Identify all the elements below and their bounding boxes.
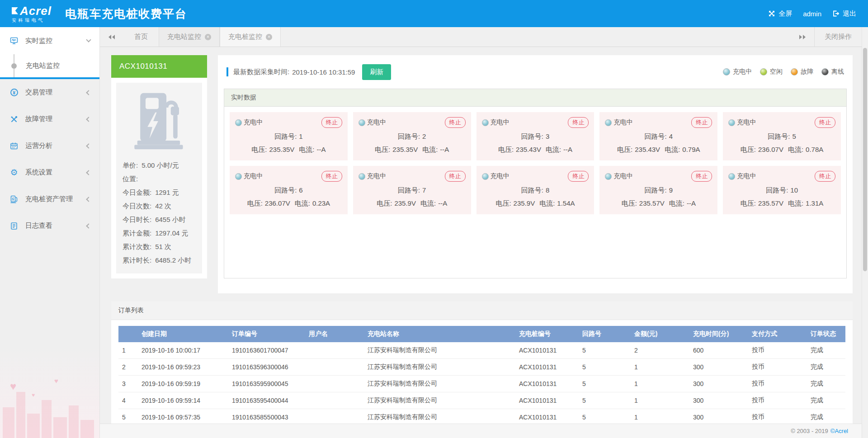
tab-label: 充电站监控 bbox=[167, 33, 201, 41]
stat-total-amount: 累计金额:1297.04 元 bbox=[123, 226, 196, 240]
circuit-card-8: 充电中终止 回路号:8 电压:235.9V电流:1.54A bbox=[476, 166, 594, 214]
status-legend: 充电中 空闲 故障 离线 bbox=[723, 68, 844, 76]
terminate-button[interactable]: 终止 bbox=[445, 171, 466, 182]
charging-status-icon bbox=[359, 119, 365, 126]
chevron-down-icon bbox=[86, 37, 91, 42]
copyright-text: © 2003 - 2019 bbox=[791, 428, 828, 434]
log-document-icon bbox=[9, 222, 19, 230]
decorative-skyline bbox=[0, 370, 99, 438]
circuit-number: 回路号:4 bbox=[605, 132, 712, 141]
circuit-measurements: 电压:235.57V电流:1.31A bbox=[728, 199, 835, 208]
circuit-number: 回路号:3 bbox=[482, 132, 589, 141]
stat-today-count: 今日次数:42 次 bbox=[123, 199, 196, 213]
close-operations-button[interactable]: 关闭操作 bbox=[814, 27, 862, 47]
sidebar-item-station-monitor[interactable]: 充电站监控 bbox=[0, 54, 99, 77]
fullscreen-button[interactable]: 全屏 bbox=[768, 9, 792, 18]
terminate-button[interactable]: 终止 bbox=[568, 117, 589, 128]
tools-icon bbox=[9, 115, 19, 123]
stat-total-duration: 累计时长:6485.2 小时 bbox=[123, 254, 196, 267]
column-header-index bbox=[118, 326, 138, 342]
terminate-button[interactable]: 终止 bbox=[691, 171, 712, 182]
sidebar-item-label: 实时监控 bbox=[25, 37, 87, 45]
column-header: 支付方式 bbox=[748, 326, 807, 342]
circuit-measurements: 电压:235.9V电流:--A bbox=[359, 199, 466, 208]
sidebar-item-realtime-monitor[interactable]: 实时监控 bbox=[0, 27, 99, 54]
scrollbar-thumb[interactable] bbox=[863, 48, 867, 271]
terminate-button[interactable]: 终止 bbox=[691, 117, 712, 128]
tabs-scroll-right-button[interactable] bbox=[791, 27, 814, 47]
sidebar-item-transaction[interactable]: 交易管理 bbox=[0, 79, 99, 106]
circuit-number: 回路号:8 bbox=[482, 186, 589, 195]
sidebar-item-label: 系统设置 bbox=[25, 168, 87, 177]
sidebar-item-label: 运营分析 bbox=[25, 141, 87, 150]
stat-today-amount: 今日金额:1291 元 bbox=[123, 186, 196, 199]
terminate-button[interactable]: 终止 bbox=[568, 171, 589, 182]
sidebar-item-label: 故障管理 bbox=[25, 115, 87, 123]
charging-status-icon bbox=[482, 119, 489, 126]
tab-pile-monitor[interactable]: 充电桩监控 bbox=[220, 27, 281, 47]
username[interactable]: admin bbox=[803, 10, 821, 18]
fullscreen-label: 全屏 bbox=[778, 9, 792, 18]
order-row: 22019-10-16 09:59:231910163596300046江苏安科… bbox=[118, 359, 845, 376]
logout-label: 退出 bbox=[843, 9, 856, 18]
sidebar-item-settings[interactable]: 系统设置 bbox=[0, 159, 99, 186]
terminate-button[interactable]: 终止 bbox=[445, 117, 466, 128]
charging-status-icon bbox=[605, 173, 612, 180]
menu-rest: 交易管理 故障管理 运营分析 系统设置 充电桩资产管理 bbox=[0, 79, 99, 239]
vertical-scrollbar[interactable] bbox=[862, 27, 868, 438]
menu-group-realtime: 实时监控 充电站监控 bbox=[0, 27, 99, 79]
sidebar-item-label: 充电桩资产管理 bbox=[25, 195, 87, 203]
sidebar-item-analytics[interactable]: 运营分析 bbox=[0, 132, 99, 159]
collect-time-value: 2019-10-16 10:31:59 bbox=[292, 68, 355, 76]
sidebar-item-pile-assets[interactable]: 充电桩资产管理 bbox=[0, 186, 99, 212]
sidebar-item-label: 日志查看 bbox=[25, 221, 87, 230]
charging-status-icon bbox=[359, 173, 365, 180]
sidebar-item-fault[interactable]: 故障管理 bbox=[0, 106, 99, 132]
terminate-button[interactable]: 终止 bbox=[815, 171, 835, 182]
charging-status-icon bbox=[728, 173, 735, 180]
circuit-number: 回路号:1 bbox=[235, 132, 342, 141]
fullscreen-icon bbox=[768, 10, 775, 17]
tab-station-monitor[interactable]: 充电站监控 bbox=[159, 27, 220, 47]
logout-button[interactable]: 退出 bbox=[832, 9, 856, 18]
terminate-button[interactable]: 终止 bbox=[321, 117, 342, 128]
charging-status-icon bbox=[235, 119, 242, 126]
order-row: 42019-10-16 09:59:141910163595400044江苏安科… bbox=[118, 392, 845, 409]
station-summary-panel: ACX1010131 bbox=[111, 55, 207, 293]
chevron-left-icon bbox=[86, 117, 91, 122]
circuit-card-7: 充电中终止 回路号:7 电压:235.9V电流:--A bbox=[353, 166, 471, 214]
order-row: 52019-10-16 09:57:351910163585500043江苏安科… bbox=[118, 409, 845, 424]
refresh-button[interactable]: 刷新 bbox=[362, 64, 391, 80]
tabs-scroll-left-button[interactable] bbox=[100, 27, 123, 47]
heart-icon bbox=[32, 392, 35, 398]
chevron-left-icon bbox=[86, 197, 91, 202]
charging-status-icon bbox=[723, 68, 730, 75]
circuit-card-2: 充电中终止 回路号:2 电压:235.35V电流:--A bbox=[353, 112, 471, 160]
footer-brand-link[interactable]: ©Acrel bbox=[830, 428, 848, 434]
circuit-card-5: 充电中终止 回路号:5 电压:236.07V电流:0.78A bbox=[723, 112, 841, 160]
legend-fault: 故障 bbox=[791, 68, 813, 76]
station-id-header: ACX1010131 bbox=[111, 55, 207, 78]
top-header: Acrel 安科瑞电气 电瓶车充电桩收费平台 全屏 admin 退出 bbox=[0, 0, 868, 27]
column-header: 创建日期 bbox=[138, 326, 228, 342]
sidebar-item-logs[interactable]: 日志查看 bbox=[0, 212, 99, 239]
column-header: 充电时间(分) bbox=[689, 326, 748, 342]
column-header: 用户名 bbox=[305, 326, 364, 342]
sidebar-subitem-label: 充电站监控 bbox=[26, 61, 99, 70]
realtime-monitor-panel: 最新数据采集时间: 2019-10-16 10:31:59 刷新 充电中 空闲 … bbox=[218, 55, 853, 293]
terminate-button[interactable]: 终止 bbox=[815, 117, 835, 128]
close-icon[interactable] bbox=[205, 34, 211, 40]
close-icon[interactable] bbox=[266, 34, 272, 40]
tab-home[interactable]: 首页 bbox=[123, 27, 159, 47]
column-header: 金额(元) bbox=[631, 326, 689, 342]
close-operations-label: 关闭操作 bbox=[825, 33, 852, 41]
terminate-button[interactable]: 终止 bbox=[321, 171, 342, 182]
calendar-icon bbox=[9, 142, 19, 150]
tab-label: 充电桩监控 bbox=[228, 33, 262, 41]
heart-icon bbox=[10, 380, 16, 393]
circuit-measurements: 电压:235.35V电流:--A bbox=[235, 146, 342, 154]
circuit-measurements: 电压:236.07V电流:0.23A bbox=[235, 199, 342, 208]
stat-unit-price: 单价:5.00 小时/元 bbox=[123, 159, 196, 172]
circuit-card-4: 充电中终止 回路号:4 电压:235.43V电流:0.79A bbox=[599, 112, 717, 160]
column-header: 订单状态 bbox=[807, 326, 845, 342]
